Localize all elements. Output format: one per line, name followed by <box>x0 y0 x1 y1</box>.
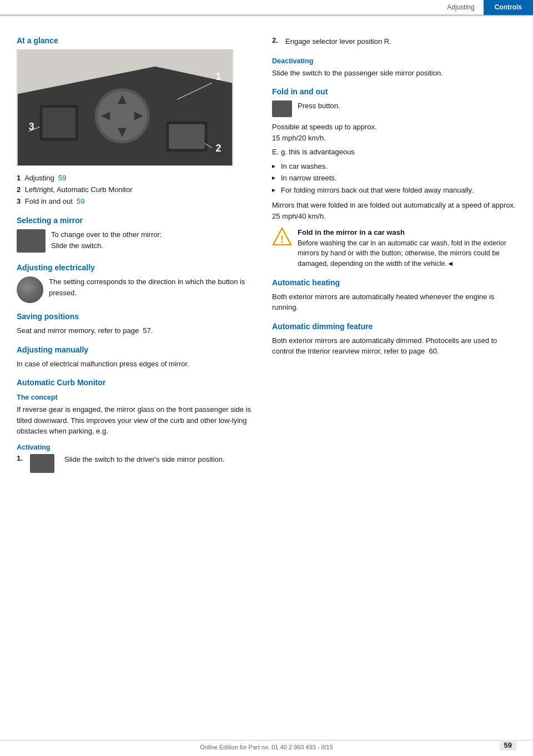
fold-speed-text: Possible at speeds up to approx.15 mph/2… <box>272 122 516 143</box>
warning-triangle-icon: ! <box>272 227 292 247</box>
svg-text:1: 1 <box>215 71 221 82</box>
link-page-60[interactable]: 60 <box>429 347 437 355</box>
automatic-dimming-text: Both exterior mirrors are automatically … <box>272 335 516 357</box>
switch-icon-activating <box>30 454 54 473</box>
selecting-mirror-row: To change over to the other mirror:Slide… <box>17 229 255 254</box>
header-bar: Adjusting Controls <box>0 0 533 16</box>
automatic-curb-monitor-heading: Automatic Curb Monitor <box>17 378 255 387</box>
fold-button-row: Press button. <box>272 100 516 117</box>
adjusting-electrically-text: The setting corresponds to the direction… <box>49 276 255 298</box>
selecting-mirror-text: To change over to the other mirror:Slide… <box>51 229 162 251</box>
adjusting-manually-text: In case of electrical malfunction press … <box>17 359 255 370</box>
automatic-heating-text: Both exterior mirrors are automatically … <box>272 291 516 313</box>
fold-in-out-heading: Fold in and out <box>272 87 516 96</box>
page-number: 59 <box>500 740 516 750</box>
list-item-3: 3 Fold in and out 59 <box>17 196 255 208</box>
tab-adjusting: Adjusting <box>438 1 483 13</box>
mirror-switch-icon <box>17 229 46 253</box>
fold-button-icon <box>272 100 292 117</box>
step-1-text: Slide the switch to the driver's side mi… <box>64 454 225 465</box>
press-button-text: Press button. <box>298 100 340 112</box>
adjusting-electrically-row: The setting corresponds to the direction… <box>17 276 255 303</box>
svg-rect-3 <box>42 108 75 138</box>
step-2-text: Engage selector lever position R. <box>285 36 391 47</box>
warning-title: Fold in the mirror in a car wash <box>298 227 516 238</box>
warning-description: Before washing the car in an automatic c… <box>298 238 516 269</box>
warning-content: Fold in the mirror in a car wash Before … <box>298 227 516 269</box>
activating-heading: Activating <box>17 443 255 451</box>
warning-box: ! Fold in the mirror in a car wash Befor… <box>272 227 516 269</box>
link-fold[interactable]: 59 <box>77 197 84 205</box>
step-2-row: 2. Engage selector lever position R. <box>272 36 516 51</box>
deactivating-heading: Deactivating <box>272 57 516 65</box>
fold-bullets: In car washes. In narrow streets. For fo… <box>272 161 516 196</box>
step-1-num: 1. <box>17 454 26 462</box>
fold-advantage-text: E. g. this is advantageous <box>272 147 516 158</box>
at-a-glance-items: 1 Adjusting 59 2 Left/right, Automatic C… <box>17 173 255 207</box>
main-content: At a glance 3 <box>0 25 533 488</box>
svg-text:2: 2 <box>215 143 221 154</box>
automatic-heating-heading: Automatic heating <box>272 278 516 287</box>
list-item-1: 1 Adjusting 59 <box>17 173 255 184</box>
adjusting-electrically-heading: Adjusting electrically <box>17 263 255 272</box>
fold-auto-text: Mirrors that were folded in are folded o… <box>272 200 516 221</box>
step-2-num: 2. <box>272 36 281 44</box>
selecting-mirror-heading: Selecting a mirror <box>17 216 255 225</box>
link-adjusting[interactable]: 59 <box>58 174 66 182</box>
right-column: 2. Engage selector lever position R. Dea… <box>272 36 516 477</box>
list-item-2: 2 Left/right, Automatic Curb Monitor <box>17 184 255 196</box>
automatic-dimming-heading: Automatic dimming feature <box>272 322 516 331</box>
step-1-row: 1. Slide the switch to the driver's side… <box>17 454 255 473</box>
svg-rect-12 <box>169 124 204 149</box>
the-concept-heading: The concept <box>17 394 255 401</box>
svg-text:!: ! <box>280 234 284 245</box>
the-concept-text: If reverse gear is engaged, the mirror g… <box>17 404 255 437</box>
saving-positions-text: Seat and mirror memory, refer to page 57… <box>17 325 255 336</box>
deactivating-text: Slide the switch to the passenger side m… <box>272 68 516 79</box>
mirror-diagram: 3 2 1 <box>17 49 233 166</box>
joystick-icon <box>17 276 43 303</box>
adjusting-manually-heading: Adjusting manually <box>17 345 255 354</box>
tab-controls: Controls <box>484 0 533 15</box>
saving-positions-heading: Saving positions <box>17 312 255 321</box>
bullet-2: In narrow streets. <box>272 173 516 184</box>
bullet-3: For folding mirrors back out that were f… <box>272 185 516 196</box>
at-a-glance-heading: At a glance <box>17 36 255 45</box>
link-page-57[interactable]: 57 <box>143 326 150 335</box>
footer-text: Online Edition for Part no. 01 40 2 960 … <box>200 744 333 750</box>
footer: Online Edition for Part no. 01 40 2 960 … <box>0 740 533 750</box>
left-column: At a glance 3 <box>17 36 255 477</box>
bullet-1: In car washes. <box>272 161 516 172</box>
